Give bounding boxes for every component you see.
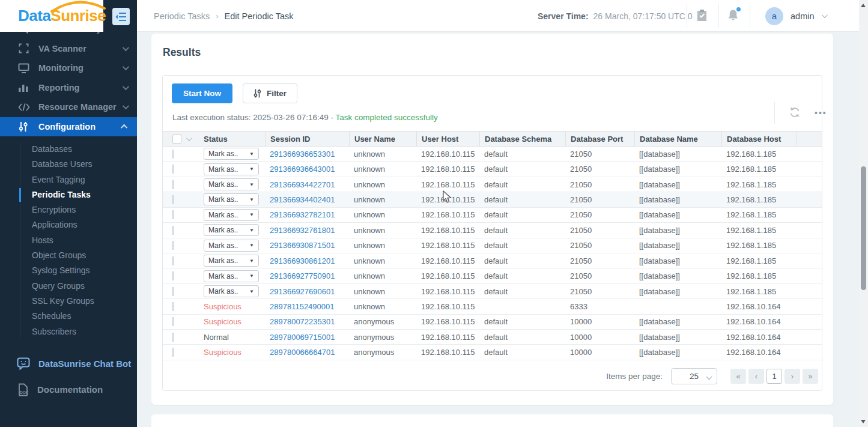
sidebar-subitem-ssl-key-groups[interactable]: SSL Key Groups — [0, 294, 137, 309]
server-time: Server Time: 26 March, 07:17:50 UTC 0 — [538, 0, 693, 32]
row-checkbox[interactable] — [172, 180, 174, 189]
scrollbar-up-arrow[interactable] — [861, 4, 866, 7]
row-checkbox[interactable] — [172, 150, 174, 159]
cell-user_host: 192.168.10.115 — [416, 317, 479, 326]
user-menu[interactable]: a admin — [765, 0, 826, 32]
config-submenu: DatabasesDatabase UsersEvent TaggingPeri… — [0, 142, 137, 339]
row-checkbox[interactable] — [172, 287, 174, 296]
row-checkbox[interactable] — [172, 226, 174, 235]
row-checkbox[interactable] — [172, 195, 174, 204]
session-id-link[interactable]: 291366932782101 — [270, 210, 335, 219]
sidebar-item-label: Configuration — [38, 122, 96, 132]
row-checkbox[interactable] — [172, 165, 174, 174]
row-checkbox[interactable] — [172, 256, 174, 265]
mark-as-dropdown[interactable]: Mark as..▼ — [204, 270, 259, 282]
session-id-link[interactable]: 289780069715001 — [270, 333, 335, 342]
scrollbar-down-arrow[interactable] — [861, 420, 866, 423]
breadcrumb-periodic-tasks[interactable]: Periodic Tasks — [154, 11, 210, 21]
row-checkbox[interactable] — [172, 210, 174, 219]
column-header-status[interactable]: Status — [199, 132, 265, 146]
cell-db_name: [[database]] — [634, 180, 721, 189]
page-scrollbar[interactable] — [859, 0, 868, 427]
select-all-checkbox[interactable] — [172, 135, 181, 144]
sidebar-subitem-hosts[interactable]: Hosts — [0, 233, 137, 248]
sidebar-subitem-applications[interactable]: Applications — [0, 217, 137, 232]
row-checkbox[interactable] — [172, 271, 174, 280]
mark-as-dropdown[interactable]: Mark as..▼ — [204, 224, 259, 236]
sidebar-subitem-event-tagging[interactable]: Event Tagging — [0, 172, 137, 187]
mark-as-dropdown[interactable]: Mark as..▼ — [204, 209, 259, 221]
sidebar-item-va-scanner[interactable]: VA Scanner — [0, 39, 137, 59]
sidebar-subitem-subscribers[interactable]: Subscribers — [0, 324, 137, 339]
sidebar-subitem-databases[interactable]: Databases — [0, 142, 137, 157]
sidebar-subitem-schedules[interactable]: Schedules — [0, 309, 137, 324]
cell-db_schema: default — [479, 271, 565, 280]
mark-as-dropdown[interactable]: Mark as..▼ — [204, 163, 259, 175]
cell-db_name: [[database]] — [634, 256, 721, 265]
chatbot-link[interactable]: DataSunrise Chat Bot — [0, 351, 137, 377]
column-header-database-name[interactable]: Database Name — [634, 132, 721, 146]
notifications-button[interactable] — [727, 0, 739, 32]
items-per-page-select[interactable]: 25 — [671, 368, 717, 384]
sidebar-subitem-object-groups[interactable]: Object Groups — [0, 248, 137, 263]
sidebar-item-reporting[interactable]: Reporting — [0, 78, 137, 98]
sidebar-item-resource-manager[interactable]: Resource Manager — [0, 97, 137, 117]
app-logo[interactable]: DataSunrise — [0, 0, 103, 32]
page-last-button[interactable]: » — [803, 369, 818, 384]
column-header-user-host[interactable]: User Host — [416, 132, 479, 146]
column-header-database-host[interactable]: Database Host — [721, 132, 797, 146]
session-id-link[interactable]: 289781152490001 — [270, 302, 335, 311]
session-id-link[interactable]: 289780066664701 — [270, 348, 335, 357]
sidebar-subitem-query-groups[interactable]: Query Groups — [0, 279, 137, 294]
row-checkbox[interactable] — [172, 333, 174, 342]
page-current-button[interactable]: 1 — [766, 369, 782, 384]
mark-as-dropdown[interactable]: Mark as..▼ — [204, 285, 259, 297]
start-now-button[interactable]: Start Now — [172, 83, 232, 103]
documentation-link[interactable]: DOC Documentation — [0, 377, 137, 402]
row-checkbox[interactable] — [172, 317, 174, 326]
session-id-link[interactable]: 291366934422701 — [270, 180, 335, 189]
chatbot-label: DataSunrise Chat Bot — [38, 359, 131, 369]
row-checkbox[interactable] — [172, 241, 174, 250]
sidebar-subitem-syslog-settings[interactable]: Syslog Settings — [0, 263, 137, 278]
sidebar-subitem-periodic-tasks[interactable]: Periodic Tasks — [0, 187, 137, 202]
mark-as-dropdown[interactable]: Mark as..▼ — [204, 148, 259, 160]
page-next-button[interactable]: › — [785, 369, 800, 384]
mark-as-dropdown[interactable]: Mark as..▼ — [204, 240, 259, 252]
refresh-icon[interactable] — [789, 107, 800, 120]
column-header-database-port[interactable]: Database Port — [565, 132, 634, 146]
session-id-link[interactable]: 291366932761801 — [270, 226, 335, 235]
row-checkbox[interactable] — [172, 302, 174, 311]
session-id-link[interactable]: 291366934402401 — [270, 195, 335, 204]
filter-button[interactable]: Filter — [243, 83, 297, 103]
session-id-link[interactable]: 291366927750901 — [270, 271, 335, 280]
session-id-link[interactable]: 291366927690601 — [270, 287, 335, 296]
chevron-down-icon[interactable] — [186, 135, 192, 141]
more-actions-icon[interactable]: ••• — [815, 108, 827, 118]
column-header-database-schema[interactable]: Database Schema — [479, 132, 565, 146]
sidebar-item-configuration[interactable]: Configuration — [0, 117, 137, 137]
column-header-user-name[interactable]: User Name — [349, 132, 416, 146]
cell-user_name: unknown — [349, 226, 416, 235]
page-first-button[interactable]: « — [730, 369, 746, 384]
page-prev-button[interactable]: ‹ — [748, 369, 764, 384]
sidebar-subitem-encryptions[interactable]: Encryptions — [0, 202, 137, 217]
sidebar-subitem-database-users[interactable]: Database Users — [0, 157, 137, 172]
sidebar-item-monitoring[interactable]: Monitoring — [0, 58, 137, 78]
session-id-link[interactable]: 289780072235301 — [270, 317, 335, 326]
session-id-link[interactable]: 291366930861201 — [270, 256, 335, 265]
cell-db_host: 192.168.10.164 — [721, 302, 797, 311]
session-id-link[interactable]: 291366936643001 — [270, 165, 335, 174]
session-id-link[interactable]: 291366936653301 — [270, 150, 335, 159]
mark-as-dropdown[interactable]: Mark as..▼ — [204, 193, 259, 205]
column-header-session-id[interactable]: Session ID — [265, 132, 349, 146]
scrollbar-thumb[interactable] — [861, 166, 866, 290]
cell-user_name: unknown — [349, 180, 416, 189]
session-id-link[interactable]: 291366930871501 — [270, 241, 335, 250]
mark-as-dropdown[interactable]: Mark as..▼ — [204, 178, 259, 190]
sidebar-collapse-button[interactable] — [112, 8, 130, 25]
subitem-label: Event Tagging — [32, 175, 85, 184]
tasks-button[interactable] — [696, 0, 708, 32]
row-checkbox[interactable] — [172, 348, 174, 357]
mark-as-dropdown[interactable]: Mark as..▼ — [204, 255, 259, 267]
